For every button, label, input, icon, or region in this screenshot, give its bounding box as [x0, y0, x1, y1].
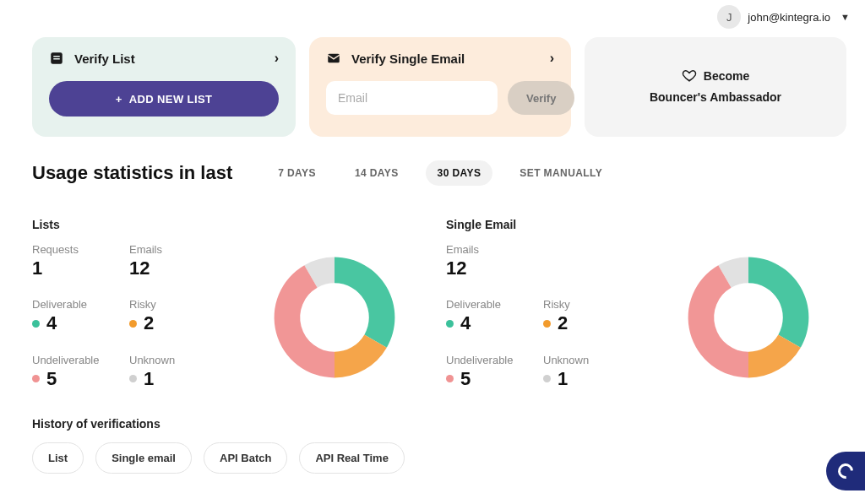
metric-label: Risky — [543, 298, 640, 311]
lists-panel-title: Lists — [32, 218, 432, 231]
avatar: J — [717, 5, 741, 29]
svg-rect-1 — [53, 56, 60, 57]
verify-button[interactable]: Verify — [508, 81, 574, 115]
metric-value: 2 — [144, 312, 154, 334]
metric-label: Unknown — [129, 354, 226, 366]
metric-label: Unknown — [543, 354, 640, 366]
metric-value: 12 — [129, 257, 150, 279]
stats-header: Usage statistics in last 7 DAYS14 DAYS30… — [32, 160, 846, 186]
metric-risky: Risky 2 — [129, 298, 226, 336]
metric-label: Emails — [446, 243, 543, 256]
dot-icon — [543, 375, 551, 382]
metric-label: Undeliverable — [446, 354, 543, 366]
metric-label: Deliverable — [446, 298, 543, 311]
metric-risky: Risky 2 — [543, 298, 640, 336]
stats-panels: Lists Requests 1 Emails 12 Deliverable 4 — [32, 218, 846, 392]
metric-value: 1 — [144, 368, 154, 390]
verify-single-card: Verify Single Email › Verify — [309, 37, 571, 137]
add-new-list-button[interactable]: + ADD NEW LIST — [49, 81, 279, 117]
mail-icon — [326, 51, 341, 66]
email-input[interactable] — [326, 81, 498, 115]
range-option[interactable]: 30 DAYS — [426, 160, 493, 186]
metric-label: Undeliverable — [32, 354, 129, 366]
user-email: john@kintegra.io — [748, 11, 830, 24]
user-menu[interactable]: J john@kintegra.io ▼ — [717, 5, 850, 29]
verify-list-card: Verify List › + ADD NEW LIST — [32, 37, 296, 137]
metric-value: 5 — [460, 368, 471, 390]
metric-label: Deliverable — [32, 298, 129, 311]
lists-panel: Lists Requests 1 Emails 12 Deliverable 4 — [32, 218, 432, 392]
metric-value: 4 — [460, 312, 471, 334]
metric-deliverable: Deliverable 4 — [32, 298, 129, 336]
metric-value: 5 — [46, 368, 57, 390]
ambassador-card[interactable]: Become Bouncer's Ambassador — [585, 37, 846, 137]
dot-icon — [32, 375, 40, 382]
heart-icon — [682, 68, 697, 85]
chat-fab[interactable] — [826, 452, 865, 490]
history-section: History of verifications ListSingle emai… — [32, 417, 846, 474]
verify-list-header[interactable]: Verify List › — [49, 51, 279, 66]
history-tab[interactable]: API Batch — [204, 442, 287, 474]
lists-donut-chart — [237, 243, 432, 392]
verify-single-title: Verify Single Email — [351, 51, 465, 66]
chat-icon — [835, 460, 856, 481]
history-tab[interactable]: API Real Time — [299, 442, 404, 474]
metric-value: 1 — [558, 368, 568, 390]
range-option[interactable]: 7 DAYS — [266, 160, 328, 186]
ambassador-line1: Become — [704, 69, 749, 83]
dot-icon — [129, 375, 137, 382]
dot-icon — [543, 320, 551, 328]
metric-emails: Emails 12 — [446, 243, 543, 281]
verify-list-title: Verify List — [74, 51, 135, 66]
metric-value: 4 — [46, 312, 57, 334]
range-option[interactable]: 14 DAYS — [343, 160, 411, 186]
list-icon — [49, 51, 64, 66]
range-option[interactable]: SET MANUALLY — [508, 160, 614, 186]
metric-undeliverable: Undeliverable 5 — [32, 354, 129, 392]
single-panel-title: Single Email — [446, 218, 846, 231]
action-cards-row: Verify List › + ADD NEW LIST Verify Sing… — [32, 37, 846, 137]
metric-unknown: Unknown 1 — [129, 354, 226, 392]
metric-label: Requests — [32, 243, 129, 256]
dot-icon — [446, 375, 454, 382]
dot-icon — [129, 320, 137, 328]
ambassador-line2: Bouncer's Ambassador — [650, 90, 781, 104]
metric-deliverable: Deliverable 4 — [446, 298, 543, 336]
verify-single-header[interactable]: Verify Single Email › — [326, 51, 554, 66]
metric-undeliverable: Undeliverable 5 — [446, 354, 543, 392]
metric-unknown: Unknown 1 — [543, 354, 640, 392]
stats-title: Usage statistics in last — [32, 162, 232, 184]
metric-label: Emails — [129, 243, 226, 256]
add-new-list-label: ADD NEW LIST — [129, 93, 213, 106]
chevron-down-icon: ▼ — [841, 12, 850, 22]
metric-emails: Emails 12 — [129, 243, 226, 281]
chevron-right-icon: › — [275, 51, 279, 66]
svg-rect-2 — [53, 58, 60, 60]
metric-value: 1 — [32, 257, 42, 279]
single-panel: Single Email Emails 12 Deliverable 4 Ris… — [446, 218, 846, 392]
dot-icon — [446, 320, 454, 328]
history-tab[interactable]: List — [32, 442, 84, 474]
history-title: History of verifications — [32, 417, 846, 431]
metric-value: 12 — [446, 257, 466, 279]
metric-requests: Requests 1 — [32, 243, 129, 281]
dot-icon — [32, 320, 40, 328]
metric-value: 2 — [558, 312, 568, 334]
single-donut-chart — [650, 243, 846, 392]
chevron-right-icon: › — [550, 51, 554, 66]
plus-icon: + — [116, 93, 122, 106]
history-tab[interactable]: Single email — [95, 442, 192, 474]
metric-label: Risky — [129, 298, 226, 311]
